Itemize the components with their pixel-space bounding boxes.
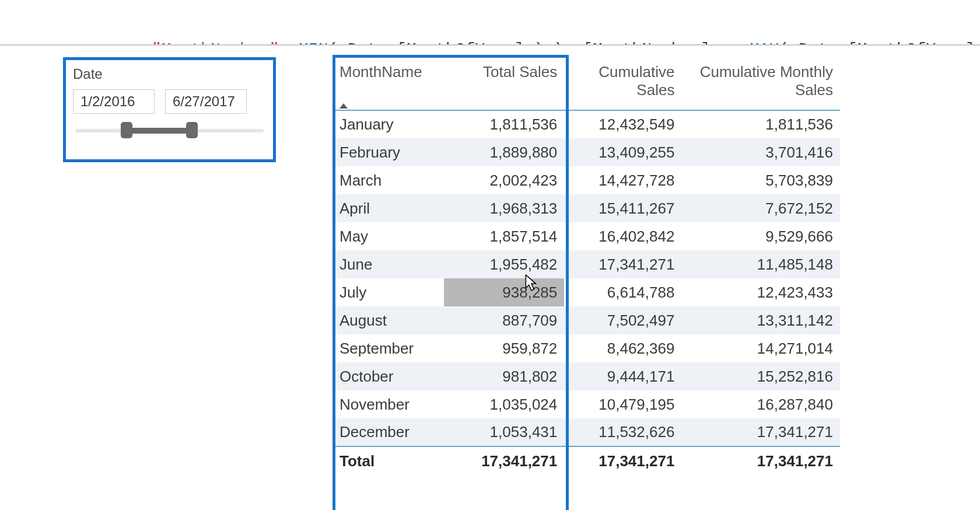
table-row[interactable]: August887,7097,502,49713,311,142	[332, 306, 840, 334]
table-cell[interactable]: 12,432,549	[564, 110, 681, 138]
table-cell[interactable]: 6,614,788	[564, 278, 681, 306]
table-cell[interactable]: 11,485,148	[681, 250, 840, 278]
table-cell[interactable]: 17,341,271	[681, 418, 840, 446]
table-cell[interactable]: 9,529,666	[681, 222, 840, 250]
table-row[interactable]: June1,955,48217,341,27111,485,148	[332, 250, 840, 278]
table-row[interactable]: March2,002,42314,427,7285,703,839	[332, 166, 840, 194]
table-cell[interactable]: 1,955,482	[444, 250, 564, 278]
table-cell[interactable]: 887,709	[444, 306, 564, 334]
table-cell[interactable]: 11,532,626	[564, 418, 681, 446]
formula-token: ( Dates[MonthOfYear] ) ),	[779, 40, 980, 46]
slicer-from-input[interactable]: 1/2/2016	[73, 89, 155, 114]
table-cell[interactable]: 13,409,255	[564, 138, 681, 166]
table-cell[interactable]: 17,341,271	[564, 250, 681, 278]
table-cell[interactable]: 10,479,195	[564, 390, 681, 418]
table-cell[interactable]: 3,701,416	[681, 138, 840, 166]
slicer-range-slider[interactable]	[75, 125, 264, 136]
table-cell[interactable]: 9,444,171	[564, 362, 681, 390]
slicer-to-input[interactable]: 6/27/2017	[165, 89, 247, 114]
table-cell[interactable]: April	[332, 194, 444, 222]
formula-token: MAX	[750, 40, 779, 46]
table-cell[interactable]: 14,427,728	[564, 166, 681, 194]
sort-asc-icon	[340, 103, 348, 109]
formula-token: ,	[279, 40, 299, 46]
date-slicer[interactable]: Date 1/2/2016 6/27/2017	[63, 57, 276, 162]
table-cell[interactable]: September	[332, 334, 444, 362]
table-row[interactable]: May1,857,51416,402,8429,529,666	[332, 222, 840, 250]
table-cell[interactable]: 7,672,152	[681, 194, 840, 222]
table-cell[interactable]: May	[332, 222, 444, 250]
table-cell[interactable]: 1,053,431	[444, 418, 564, 446]
table-row[interactable]: January1,811,53612,432,5491,811,536	[332, 110, 840, 138]
table-cell[interactable]: 959,872	[444, 334, 564, 362]
col-monthname-header[interactable]: MonthName	[332, 58, 444, 110]
table-cell[interactable]: 1,035,024	[444, 390, 564, 418]
table-cell[interactable]: 1,811,536	[681, 110, 840, 138]
table-row[interactable]: July938,2856,614,78812,423,433	[332, 278, 840, 306]
total-total-sales: 17,341,271	[444, 446, 564, 476]
table-row[interactable]: November1,035,02410,479,19516,287,840	[332, 390, 840, 418]
table-cell[interactable]: 938,285	[444, 278, 564, 306]
formula-token: MIN	[299, 40, 328, 46]
table-cell[interactable]: January	[332, 110, 444, 138]
table-visual[interactable]: MonthName Total Sales Cumulative Sales C…	[332, 55, 840, 476]
table-cell[interactable]: 15,411,267	[564, 194, 681, 222]
table-cell[interactable]: July	[332, 278, 444, 306]
table-cell[interactable]: 7,502,497	[564, 306, 681, 334]
formula-token: ( Dates[MonthOfYear] ) ), [MonthNumber] …	[328, 40, 750, 46]
table-cell[interactable]: December	[332, 418, 444, 446]
table-cell[interactable]: 5,703,839	[681, 166, 840, 194]
table-cell[interactable]: March	[332, 166, 444, 194]
slicer-title: Date	[73, 66, 266, 82]
slider-thumb-start[interactable]	[121, 122, 132, 138]
table-cell[interactable]: 8,462,369	[564, 334, 681, 362]
table-cell[interactable]: 1,968,313	[444, 194, 564, 222]
table-cell[interactable]: 981,802	[444, 362, 564, 390]
col-cumulative-sales-header[interactable]: Cumulative Sales	[564, 58, 681, 110]
table-cell[interactable]: 1,889,880	[444, 138, 564, 166]
table-cell[interactable]: June	[332, 250, 444, 278]
total-cumulative-sales: 17,341,271	[564, 446, 681, 476]
table-cell[interactable]: 1,811,536	[444, 110, 564, 138]
table-cell[interactable]: 15,252,816	[681, 362, 840, 390]
table-cell[interactable]: 2,002,423	[444, 166, 564, 194]
table-cell[interactable]: October	[332, 362, 444, 390]
formula-bar[interactable]: "MonthNumber", MIN( Dates[MonthOfYear] )…	[0, 0, 980, 46]
table-cell[interactable]: November	[332, 390, 444, 418]
table-cell[interactable]: 1,857,514	[444, 222, 564, 250]
table-row[interactable]: September959,8728,462,36914,271,014	[332, 334, 840, 362]
total-label: Total	[332, 446, 444, 476]
table-cell[interactable]: 16,287,840	[681, 390, 840, 418]
table-cell[interactable]: 12,423,433	[681, 278, 840, 306]
col-total-sales-header[interactable]: Total Sales	[444, 58, 564, 110]
table-row[interactable]: December1,053,43111,532,62617,341,271	[332, 418, 840, 446]
col-cumulative-monthly-sales-header[interactable]: Cumulative Monthly Sales	[681, 58, 840, 110]
table-cell[interactable]: August	[332, 306, 444, 334]
report-canvas[interactable]: Date 1/2/2016 6/27/2017 MonthNa	[0, 46, 980, 510]
slider-thumb-end[interactable]	[186, 122, 198, 138]
formula-token: "MonthNumber"	[152, 40, 279, 46]
table-row[interactable]: April1,968,31315,411,2677,672,152	[332, 194, 840, 222]
table-cell[interactable]: 13,311,142	[681, 306, 840, 334]
table-cell[interactable]: 16,402,842	[564, 222, 681, 250]
table-row[interactable]: October981,8029,444,17115,252,816	[332, 362, 840, 390]
table-cell[interactable]: 14,271,014	[681, 334, 840, 362]
table-cell[interactable]: February	[332, 138, 444, 166]
table-row[interactable]: February1,889,88013,409,2553,701,416	[332, 138, 840, 166]
total-cumulative-monthly-sales: 17,341,271	[681, 446, 840, 476]
